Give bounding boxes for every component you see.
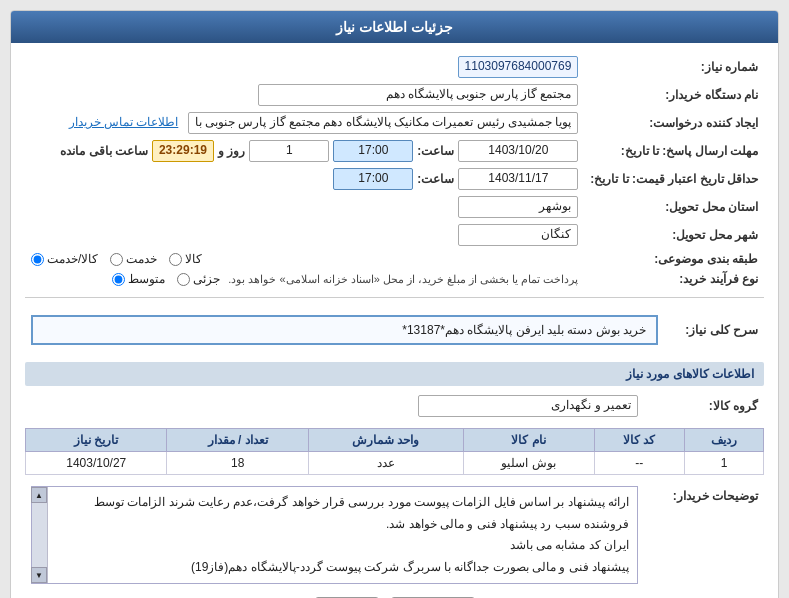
tabaghe-label: طبقه بندی موضوعی: [584,249,764,269]
mohlat-rooz-label: روز و [218,144,245,158]
col-tedad: تعداد / مقدار [167,429,308,452]
creator-value: پویا جمشیدی رئیس تعمیرات مکانیک پالایشگا… [188,112,579,134]
shomara-niaz-value: 1103097684000769 [458,56,579,78]
mohlat-time-remaining: 23:29:19 [152,140,214,162]
notes-label: توضیحات خریدار: [644,483,764,587]
notes-table: توضیحات خریدار: ▲ ▼ ارائه پیشنهاد بر اسا… [25,483,764,587]
nooe-option-jozii: جزئی [193,272,220,286]
page-title: جزئیات اطلاعات نیاز [11,11,778,43]
mohlat-rooz-value: 1 [249,140,329,162]
tabaghe-option-kala: کالا [185,252,202,266]
notes-text: ارائه پیشنهاد بر اساس فایل الزامات پیوست… [32,487,637,583]
col-vahed: واحد شمارش [308,429,463,452]
mohlat-saat-label: ساعت: [417,144,454,158]
table-cell-radif: 1 [685,452,764,475]
tabaghe-radio-khedmat[interactable]: خدمت [110,252,157,266]
nooe-farayand-label: نوع فرآیند خرید: [584,269,764,289]
scroll-down-button[interactable]: ▼ [31,567,47,583]
grohe-table: گروه کالا: تعمیر و نگهداری [25,392,764,420]
col-radif: ردیف [685,429,764,452]
nooe-description: پرداخت تمام یا بخشی از مبلغ خرید، از محل… [228,273,578,286]
divider-1 [25,297,764,298]
scroll-up-button[interactable]: ▲ [31,487,47,503]
tabaghe-option-khedmat: خدمت [126,252,157,266]
tabaghe-radio-kala[interactable]: کالا [169,252,202,266]
tabaghe-radio-kala-khedmat[interactable]: کالا/خدمت [31,252,98,266]
tabaghe-radio-input-khedmat[interactable] [110,253,123,266]
nooe-radio-input-jozii[interactable] [177,273,190,286]
name-dastgah-value: مجتمع گاز پارس جنوبی پالایشگاه دهم [258,84,578,106]
mohlat-date: 1403/10/20 [458,140,578,162]
nooe-radio-motavaset[interactable]: متوسط [112,272,165,286]
grohe-value: تعمیر و نگهداری [418,395,638,417]
sarij-table: سرح کلی نیاز: خرید بوش دسته بلید ایرفن پ… [25,306,764,354]
ostan-value: بوشهر [458,196,578,218]
name-dastgah-label: نام دستگاه خریدار: [584,81,764,109]
hadaghal-saat: 17:00 [333,168,413,190]
mohlat-baqi-label: ساعت باقی مانده [60,144,148,158]
info-table: شماره نیاز: 1103097684000769 نام دستگاه … [25,53,764,289]
nooe-option-motavaset: متوسط [128,272,165,286]
shahr-label: شهر محل تحویل: [584,221,764,249]
tabaghe-radio-input-kala[interactable] [169,253,182,266]
kalainfo-title: اطلاعات کالاهای مورد نیاز [25,362,764,386]
col-kod: کد کالا [594,429,685,452]
nooe-radio-jozii[interactable]: جزئی [177,272,220,286]
col-tarikh: تاریخ نیاز [26,429,167,452]
table-cell-kod: -- [594,452,685,475]
contact-info-link[interactable]: اطلاعات تماس خریدار [69,115,179,129]
shahr-value: کنگان [458,224,578,246]
tabaghe-option-kala-khedmat: کالا/خدمت [47,252,98,266]
notes-wrapper: ▲ ▼ ارائه پیشنهاد بر اساس فایل الزامات پ… [31,486,638,584]
kala-details-table: ردیف کد کالا نام کالا واحد شمارش تعداد /… [25,428,764,475]
ostan-label: استان محل تحویل: [584,193,764,221]
grohe-label: گروه کالا: [644,392,764,420]
table-cell-tarikh: 1403/10/27 [26,452,167,475]
nooe-radio-input-motavaset[interactable] [112,273,125,286]
shomara-niaz-label: شماره نیاز: [584,53,764,81]
mohlat-ersal-label: مهلت ارسال پاسخ: تا تاریخ: [584,137,764,165]
hadaghal-saat-label: ساعت: [417,172,454,186]
hadaghal-label: حداقل تاریخ اعتبار قیمت: تا تاریخ: [584,165,764,193]
sarij-label: سرح کلی نیاز: [664,306,764,354]
table-cell-tedad: 18 [167,452,308,475]
col-name: نام کالا [463,429,594,452]
tabaghe-radio-input-kala-khedmat[interactable] [31,253,44,266]
sarij-value: خرید بوش دسته بلید ایرفن پالایشگاه دهم*1… [31,315,658,345]
table-row: 1--بوش اسلیوعدد181403/10/27 [26,452,764,475]
creator-label: ایجاد کننده درخواست: [584,109,764,137]
mohlat-saat: 17:00 [333,140,413,162]
table-cell-vahed: عدد [308,452,463,475]
scrollbar: ▲ ▼ [32,487,48,583]
hadaghal-date: 1403/11/17 [458,168,578,190]
table-cell-name: بوش اسلیو [463,452,594,475]
